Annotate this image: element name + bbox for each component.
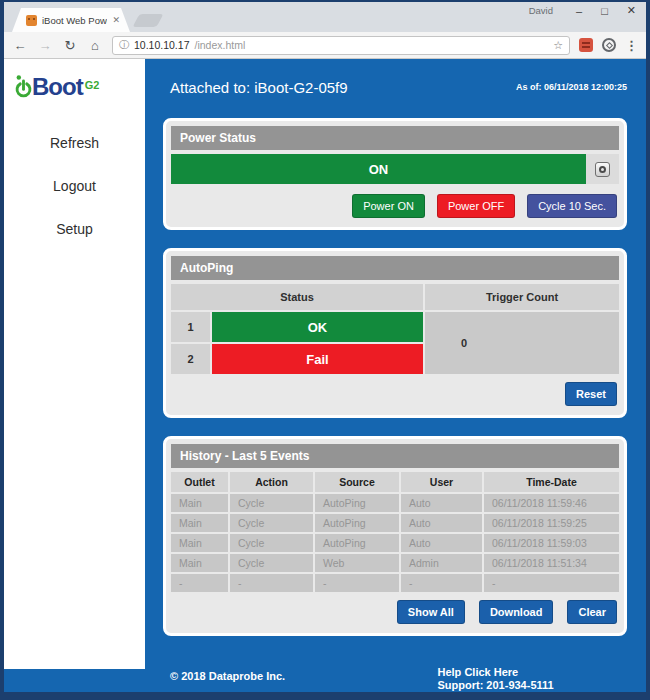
power-indicator-glyph: [599, 166, 606, 173]
history-cell: Auto: [401, 514, 482, 532]
autoping-row2-number: 2: [171, 344, 210, 374]
history-cell: Cycle: [230, 514, 313, 532]
browser-tab-strip: iBoot Web Power Switch ✕ David – □ ✕: [4, 2, 646, 32]
sidebar-item-logout[interactable]: Logout: [4, 178, 145, 194]
power-status-panel: Power Status ON Power ON Power OFF Cycle…: [163, 118, 627, 230]
extension-circle-inner: [605, 41, 612, 48]
copyright-text: © 2018 Dataprobe Inc.: [170, 666, 285, 686]
history-actions-row: Show All Download Clear: [171, 600, 617, 624]
autoping-table: Status Trigger Count 1 OK 0 2 Fail: [171, 284, 619, 374]
history-col-user: User: [401, 472, 482, 492]
tab-title: iBoot Web Power Switch: [42, 15, 107, 26]
back-icon[interactable]: ←: [12, 38, 28, 53]
tab-close-icon[interactable]: ✕: [112, 15, 120, 25]
help-link[interactable]: Help Click Here: [437, 666, 518, 678]
autoping-status-header: Status: [171, 284, 423, 310]
history-cell: Auto: [401, 534, 482, 552]
power-on-button[interactable]: Power ON: [352, 194, 425, 218]
power-indicator-icon[interactable]: [595, 162, 610, 177]
history-cell: 06/11/2018 11:51:34: [484, 554, 619, 572]
main-content: Attached to: iBoot-G2-05f9 As of: 06/11/…: [145, 59, 646, 692]
history-col-source: Source: [315, 472, 399, 492]
autoping-trigger-header: Trigger Count: [425, 284, 619, 310]
extension-icon-red[interactable]: [579, 38, 593, 52]
history-cell: Cycle: [230, 554, 313, 572]
autoping-row1-status: OK: [212, 312, 423, 342]
autoping-trigger-count: 0: [425, 312, 619, 374]
address-bar[interactable]: ⓘ 10.10.10.17 /index.html ☆: [112, 36, 570, 55]
power-status-title: Power Status: [171, 126, 619, 150]
forward-icon[interactable]: →: [37, 38, 53, 53]
home-icon[interactable]: ⌂: [87, 38, 103, 53]
history-col-timedate: Time-Date: [484, 472, 619, 492]
bookmark-star-icon[interactable]: ☆: [553, 39, 563, 52]
minimize-icon[interactable]: –: [576, 5, 582, 17]
power-off-button[interactable]: Power OFF: [437, 194, 515, 218]
sidebar-item-setup[interactable]: Setup: [4, 221, 145, 237]
maximize-icon[interactable]: □: [601, 5, 608, 17]
clear-button[interactable]: Clear: [567, 600, 617, 624]
outlet-favicon-icon: [26, 15, 37, 26]
history-cell: AutoPing: [315, 534, 399, 552]
close-icon[interactable]: ✕: [627, 4, 636, 17]
history-panel: History - Last 5 Events Outlet Action So…: [163, 436, 627, 636]
download-button[interactable]: Download: [479, 600, 554, 624]
history-cell: -: [171, 574, 228, 592]
history-col-outlet: Outlet: [171, 472, 228, 492]
window-controls: David – □ ✕: [529, 4, 636, 17]
extension-icon-circle[interactable]: [602, 38, 616, 52]
url-host: 10.10.10.17: [134, 39, 189, 51]
browser-toolbar: ← → ↻ ⌂ ⓘ 10.10.10.17 /index.html ☆ ⋮: [4, 32, 646, 59]
page-footer: © 2018 Dataprobe Inc. iBoot-G2 Ver:1.51.…: [170, 666, 646, 692]
screenshot-frame: iBoot Web Power Switch ✕ David – □ ✕ ← →…: [0, 0, 650, 700]
support-phone: Support: 201-934-5111: [437, 679, 568, 692]
history-cell: Main: [171, 494, 228, 512]
attached-to-title: Attached to: iBoot-G2-05f9: [170, 79, 348, 96]
iboot-logo: BootG2: [4, 59, 145, 101]
history-title: History - Last 5 Events: [171, 444, 619, 468]
power-status-row: ON: [171, 154, 619, 184]
history-cell: 06/11/2018 11:59:03: [484, 534, 619, 552]
history-cell: AutoPing: [315, 494, 399, 512]
reload-icon[interactable]: ↻: [62, 38, 78, 53]
history-cell: AutoPing: [315, 514, 399, 532]
power-icon-cell: [586, 154, 619, 184]
history-cell: Cycle: [230, 494, 313, 512]
history-cell: -: [401, 574, 482, 592]
version-text: iBoot-G2 Ver:1.51.236: [170, 686, 285, 692]
history-cell: -: [230, 574, 313, 592]
sidebar: BootG2 Refresh Logout Setup: [4, 59, 145, 669]
history-cell: 06/11/2018 11:59:25: [484, 514, 619, 532]
power-buttons-row: Power ON Power OFF Cycle 10 Sec.: [171, 194, 617, 218]
autoping-title: AutoPing: [171, 256, 619, 280]
history-cell: Main: [171, 534, 228, 552]
sidebar-item-refresh[interactable]: Refresh: [4, 135, 145, 151]
logo-text: Boot: [32, 73, 83, 100]
show-all-button[interactable]: Show All: [397, 600, 465, 624]
history-cell: Main: [171, 514, 228, 532]
history-cell: Cycle: [230, 534, 313, 552]
as-of-timestamp: As of: 06/11/2018 12:00:25: [516, 82, 627, 92]
sidebar-nav: Refresh Logout Setup: [4, 135, 145, 237]
page-info-icon[interactable]: ⓘ: [119, 38, 129, 52]
new-tab-button[interactable]: [133, 14, 164, 27]
history-cell: Auto: [401, 494, 482, 512]
reset-button[interactable]: Reset: [565, 382, 617, 406]
history-cell: Web: [315, 554, 399, 572]
autoping-row1-number: 1: [171, 312, 210, 342]
autoping-row2-status: Fail: [212, 344, 423, 374]
history-col-action: Action: [230, 472, 313, 492]
cycle-button[interactable]: Cycle 10 Sec.: [527, 194, 617, 218]
history-cell: Main: [171, 554, 228, 572]
power-symbol-icon: [15, 73, 32, 99]
autoping-panel: AutoPing Status Trigger Count 1 OK 0 2 F…: [163, 248, 627, 418]
browser-tab[interactable]: iBoot Web Power Switch ✕: [12, 8, 130, 32]
page-header: Attached to: iBoot-G2-05f9 As of: 06/11/…: [170, 79, 627, 96]
history-cell: -: [484, 574, 619, 592]
browser-profile-name[interactable]: David: [529, 5, 553, 16]
history-cell: Admin: [401, 554, 482, 572]
power-state-bar: ON: [171, 154, 586, 184]
history-cell: 06/11/2018 11:59:46: [484, 494, 619, 512]
browser-menu-icon[interactable]: ⋮: [625, 38, 638, 53]
footer-left: © 2018 Dataprobe Inc. iBoot-G2 Ver:1.51.…: [170, 666, 285, 692]
